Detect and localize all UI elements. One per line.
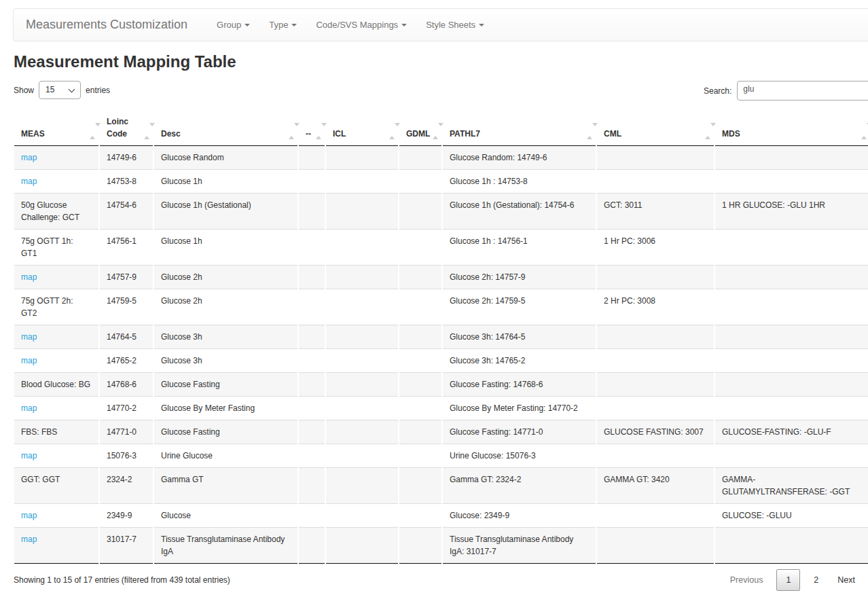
table-row: map14753-8Glucose 1hGlucose 1h : 14753-8	[14, 169, 868, 193]
column-header-meas[interactable]: MEAS	[14, 110, 98, 146]
cell-icl	[326, 348, 398, 372]
cell-meas: GGT: GGT	[14, 467, 98, 503]
navbar-menu: GroupTypeCode/SVS MappingsStyle Sheets	[207, 9, 494, 41]
nav-item-type[interactable]: Type	[259, 9, 306, 41]
nav-item-label: Group	[217, 20, 241, 30]
navbar: Measurements Customization GroupTypeCode…	[13, 8, 868, 41]
cell-pathl7: Glucose 1h : 14753-8	[443, 169, 596, 193]
pagination-page-2[interactable]: 2	[804, 569, 828, 591]
cell-pathl7: Glucose 2h: 14757-9	[443, 265, 596, 289]
cell-dash	[299, 265, 325, 289]
column-header-pathl7[interactable]: PATHL7	[443, 110, 596, 146]
column-header-label: GDML	[406, 129, 430, 139]
sort-icon	[389, 125, 395, 137]
map-link[interactable]: map	[21, 177, 37, 186]
table-row: Blood Glucose: BG14768-6Glucose FastingG…	[14, 372, 868, 396]
cell-dash	[299, 503, 325, 527]
cell-icl	[326, 169, 398, 193]
cell-dash	[299, 444, 325, 467]
cell-cml	[597, 444, 714, 467]
sort-icon	[144, 125, 150, 137]
cell-desc: Glucose 1h	[154, 169, 297, 193]
cell-meas: FBS: FBS	[14, 420, 98, 444]
map-link[interactable]: map	[21, 153, 37, 162]
cell-loinc-code: 14757-9	[100, 265, 153, 289]
cell-loinc-code: 15076-3	[100, 444, 153, 467]
cell-icl	[326, 146, 398, 169]
map-link[interactable]: map	[21, 332, 37, 342]
cell-meas: map	[14, 503, 98, 527]
chevron-down-icon	[69, 86, 75, 93]
cell-loinc-code: 2324-2	[100, 467, 153, 503]
cell-gdml	[399, 193, 441, 229]
map-link[interactable]: map	[21, 535, 37, 544]
map-link[interactable]: map	[21, 511, 37, 520]
cell-gdml	[399, 229, 441, 265]
table-row: 75g OGTT 1h: GT114756-1Glucose 1hGlucose…	[14, 229, 868, 265]
cell-dash	[299, 396, 325, 420]
pagination-previous[interactable]: Previous	[721, 569, 773, 591]
column-header-label: MEAS	[21, 129, 45, 139]
cell-mds	[715, 169, 868, 193]
map-link[interactable]: map	[21, 403, 37, 413]
cell-gdml	[399, 325, 441, 348]
page-length-value: 15	[46, 85, 54, 94]
column-header-cml[interactable]: CML	[597, 110, 714, 146]
column-header-label: Desc	[161, 129, 181, 139]
cell-dash	[299, 325, 325, 348]
cell-desc: Glucose 3h	[154, 325, 297, 348]
map-link[interactable]: map	[21, 451, 37, 460]
search-input[interactable]	[737, 81, 868, 101]
cell-desc: Glucose 3h	[154, 348, 297, 372]
sort-icon	[705, 125, 711, 137]
search-label: Search:	[704, 86, 731, 96]
cell-meas: map	[14, 444, 98, 467]
column-header-loinc-code[interactable]: Loinc Code	[100, 110, 153, 146]
cell-pathl7: Glucose 1h (Gestational): 14754-6	[443, 193, 596, 229]
cell-desc: Glucose Random	[154, 146, 297, 169]
cell-icl	[326, 372, 398, 396]
cell-dash	[299, 229, 325, 265]
sort-icon	[289, 125, 295, 137]
cell-icl	[326, 396, 398, 420]
cell-cml	[597, 325, 714, 348]
cell-loinc-code: 14768-6	[100, 372, 153, 396]
cell-icl	[326, 467, 398, 503]
search-control: Search:	[704, 81, 868, 101]
cell-meas: map	[14, 527, 98, 564]
cell-mds	[715, 527, 868, 564]
pagination-page-1[interactable]: 1	[776, 569, 800, 591]
cell-mds: GLUCOSE: -GLUU	[715, 503, 868, 527]
page-length-select[interactable]: 15	[39, 81, 81, 99]
sort-icon	[316, 125, 322, 137]
nav-item-style-sheets[interactable]: Style Sheets	[416, 9, 494, 41]
cell-cml	[597, 169, 714, 193]
map-link[interactable]: map	[21, 356, 37, 365]
cell-dash	[299, 420, 325, 444]
cell-loinc-code: 14771-0	[100, 420, 153, 444]
cell-gdml	[399, 169, 441, 193]
cell-cml: GLUCOSE FASTING: 3007	[597, 420, 714, 444]
cell-pathl7: Glucose: 2349-9	[443, 503, 596, 527]
column-header-gdml[interactable]: GDML	[399, 110, 441, 146]
cell-loinc-code: 14753-8	[100, 169, 153, 193]
table-row: map14770-2Glucose By Meter FastingGlucos…	[14, 396, 868, 420]
navbar-brand[interactable]: Measurements Customization	[14, 18, 198, 32]
map-link[interactable]: map	[21, 272, 37, 282]
table-row: FBS: FBS14771-0Glucose FastingGlucose Fa…	[14, 420, 868, 444]
nav-item-group[interactable]: Group	[207, 9, 259, 41]
cell-loinc-code: 14765-2	[100, 348, 153, 372]
column-header-mds[interactable]: MDS	[715, 110, 868, 146]
cell-pathl7: Gamma GT: 2324-2	[443, 467, 596, 503]
pagination-next[interactable]: Next	[828, 569, 865, 591]
cell-desc: Glucose Fasting	[154, 372, 297, 396]
cell-meas: Blood Glucose: BG	[14, 372, 98, 396]
column-header-desc[interactable]: Desc	[154, 110, 297, 146]
cell-mds	[715, 289, 868, 325]
cell-mds	[715, 265, 868, 289]
nav-item-code-svs-mappings[interactable]: Code/SVS Mappings	[306, 9, 416, 41]
column-header-icl[interactable]: ICL	[326, 110, 398, 146]
cell-dash	[299, 467, 325, 503]
caret-down-icon	[401, 24, 407, 26]
column-header--[interactable]: --	[299, 110, 325, 146]
